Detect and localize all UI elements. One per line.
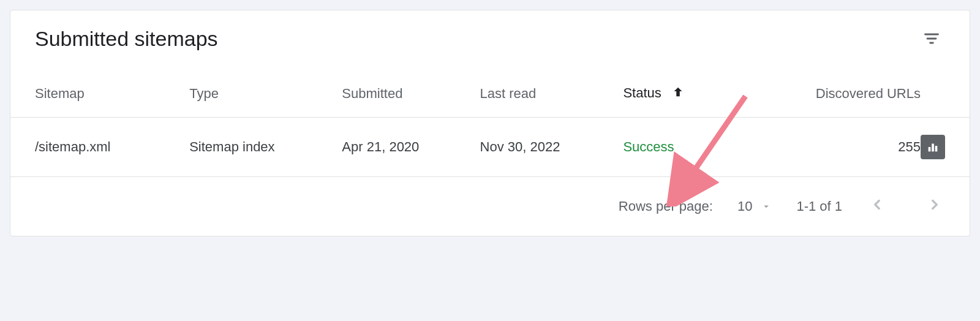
next-page-button[interactable] [924, 194, 945, 219]
svg-rect-0 [929, 147, 931, 151]
cell-last-read: Nov 30, 2022 [480, 118, 624, 177]
pagination-bar: Rows per page: 10 1-1 of 1 [10, 177, 970, 236]
cell-actions [921, 118, 970, 177]
status-badge: Success [623, 139, 674, 154]
table-row[interactable]: /sitemap.xml Sitemap index Apr 21, 2020 … [10, 118, 970, 177]
cell-sitemap: /sitemap.xml [10, 118, 189, 177]
table-header-row: Sitemap Type Submitted Last read Status … [10, 67, 970, 118]
cell-status: Success [623, 118, 733, 177]
svg-rect-2 [935, 146, 938, 151]
col-header-submitted[interactable]: Submitted [342, 67, 480, 118]
chevron-left-icon [869, 197, 885, 213]
col-header-status[interactable]: Status [623, 67, 733, 118]
chevron-right-icon [927, 197, 943, 213]
sitemaps-table: Sitemap Type Submitted Last read Status … [10, 67, 970, 177]
caret-down-icon [761, 201, 772, 212]
bar-chart-icon [926, 140, 940, 154]
card-header: Submitted sitemaps [10, 10, 970, 67]
cell-type: Sitemap index [189, 118, 342, 177]
rows-per-page-select[interactable]: 10 [737, 198, 772, 214]
cell-submitted: Apr 21, 2020 [342, 118, 480, 177]
filter-button[interactable] [918, 25, 945, 52]
col-header-type[interactable]: Type [189, 67, 342, 118]
col-header-actions [921, 67, 970, 118]
view-report-button[interactable] [921, 135, 945, 159]
prev-page-button[interactable] [867, 194, 888, 219]
pagination-range: 1-1 of 1 [796, 198, 842, 214]
cell-discovered-urls: 255 [733, 118, 921, 177]
col-header-last-read[interactable]: Last read [480, 67, 624, 118]
arrow-up-icon [671, 85, 685, 102]
rows-per-page-label: Rows per page: [619, 198, 713, 214]
filter-icon [923, 30, 940, 47]
pagination-arrows [867, 194, 945, 219]
card-title: Submitted sitemaps [35, 27, 218, 51]
rows-per-page-value: 10 [737, 198, 752, 214]
col-header-discovered-urls[interactable]: Discovered URLs [733, 67, 921, 118]
submitted-sitemaps-card: Submitted sitemaps Sitemap Type Submitte… [10, 10, 970, 236]
col-header-sitemap[interactable]: Sitemap [10, 67, 189, 118]
svg-rect-1 [932, 144, 934, 152]
